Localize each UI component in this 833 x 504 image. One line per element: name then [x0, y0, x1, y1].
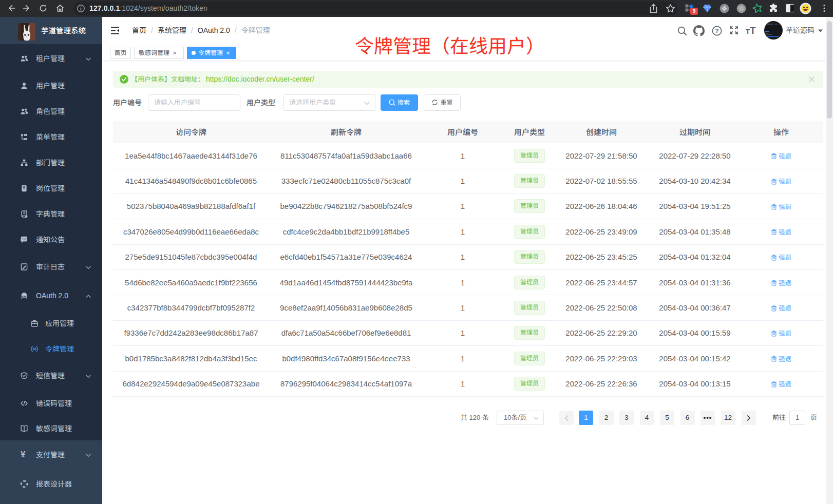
svg-text:?: ?	[715, 28, 718, 34]
